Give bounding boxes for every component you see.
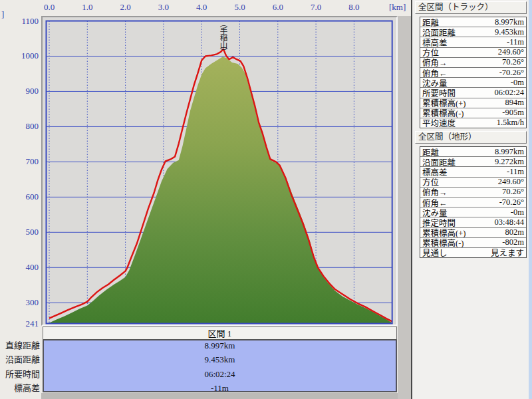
stats-value: -70.26° <box>499 198 524 207</box>
x-tick-label: 6.0 <box>273 2 283 13</box>
stats-row: 俯角→70.26° <box>420 188 526 198</box>
y-tick-label: 241 <box>9 319 39 329</box>
stats-value: 8.997km <box>495 147 524 157</box>
pane-gap-strip <box>398 16 411 399</box>
y-tick-label: 900 <box>9 86 39 96</box>
stats-row: 沈み量-0m <box>420 207 526 217</box>
stats-row: 推定時間03:48:44 <box>420 217 526 227</box>
x-tick-label: 2.0 <box>120 2 130 13</box>
stats-row: 沿面距離9.453km <box>420 27 526 37</box>
stats-label: 沿面距離 <box>422 27 456 37</box>
stats-value: -802m <box>502 238 524 248</box>
stats-value: 70.26° <box>502 188 524 198</box>
stats-row: 方位249.60° <box>420 178 526 188</box>
stats-label: 俯角← <box>422 198 448 207</box>
stats-value: -11m <box>507 167 524 177</box>
stats-label: 標高差 <box>422 37 448 47</box>
stats-table: 距離8.997km沿面距離9.453km標高差-11m方位249.60°俯角→7… <box>420 17 527 128</box>
segment-row-label: 直線距離 <box>0 339 40 352</box>
y-tick-label: 300 <box>9 297 39 308</box>
stats-row: 沿面距離9.272km <box>420 157 526 167</box>
y-tick-label: 400 <box>9 262 39 273</box>
stats-value: 9.272km <box>495 157 524 167</box>
stats-label: 方位 <box>422 178 439 188</box>
stats-value: 249.60° <box>498 178 524 188</box>
stats-value: 249.60° <box>498 48 524 58</box>
stats-label: 距離 <box>422 147 439 157</box>
stats-label: 累積標高(+) <box>422 98 466 108</box>
segment-row-label: 沿面距離 <box>0 353 40 366</box>
stats-value: -70.26° <box>499 68 524 78</box>
y-tick-label: 1100 <box>9 16 39 27</box>
stats-row: 累積標高(-)-905m <box>420 108 526 118</box>
stats-row: 累積標高(-)-802m <box>420 238 526 248</box>
panel-header: 全区間（トラック） <box>415 1 527 14</box>
x-tick-label: 7.0 <box>311 2 321 13</box>
x-tick-label: 0.0 <box>44 2 55 13</box>
x-tick-label: 8.0 <box>348 2 359 13</box>
peak-label: （手稲山） <box>219 20 227 55</box>
stats-value: -11m <box>507 37 524 47</box>
segment-value: 06:02:24 <box>44 368 396 381</box>
stats-label: 距離 <box>422 17 439 27</box>
elevation-plot-frame <box>41 16 398 326</box>
x-tick-label: 4.0 <box>196 2 207 13</box>
x-axis-unit: [km] <box>389 2 406 13</box>
stats-value: 06:02:24 <box>495 88 524 98</box>
stats-label: 標高差 <box>422 167 448 177</box>
stats-label: 沿面距離 <box>422 157 456 167</box>
panel-header: 全区間（地形） <box>415 131 527 144</box>
y-tick-label: 700 <box>9 156 39 167</box>
stats-row: 標高差-11m <box>420 37 526 47</box>
y-tick-label: 500 <box>9 227 39 237</box>
segment-table-header: 区間 1 <box>43 327 397 340</box>
y-tick-label: 1000 <box>9 51 39 61</box>
segment-values-box[interactable]: 8.997km9.453km06:02:24-11m <box>43 340 397 392</box>
stats-value: 802m <box>505 228 524 238</box>
elevation-plot[interactable] <box>45 20 396 326</box>
stats-value: 894m <box>505 98 524 108</box>
elevation-graph-pane: ] 0.01.02.03.04.05.06.07.08.0[km] 110010… <box>0 0 411 399</box>
stats-label: 平均速度 <box>422 118 456 128</box>
stats-row: 俯角→70.26° <box>420 58 526 68</box>
stats-row: 方位249.60° <box>420 48 526 58</box>
stats-value: 8.997km <box>495 17 524 27</box>
stats-value: 9.453km <box>495 27 524 37</box>
stats-row: 見通し見えます <box>420 248 526 257</box>
stats-label: 沈み量 <box>422 207 448 217</box>
stats-label: 沈み量 <box>422 78 448 88</box>
stats-row: 所要時間06:02:24 <box>420 88 526 98</box>
stats-row: 平均速度1.5km/h <box>420 118 526 128</box>
stats-label: 累積標高(-) <box>422 108 464 118</box>
stats-row: 累積標高(+)802m <box>420 228 526 238</box>
stats-row: 距離8.997km <box>420 17 526 27</box>
stats-value: -0m <box>511 78 524 88</box>
y-tick-label: 600 <box>9 192 39 202</box>
terrain-area <box>47 57 392 324</box>
x-tick-label: 5.0 <box>234 2 245 13</box>
stats-row: 距離8.997km <box>420 147 526 157</box>
y-tick-label: 800 <box>9 121 39 132</box>
stats-label: 俯角→ <box>422 58 448 68</box>
stats-value: 03:48:44 <box>495 217 524 227</box>
stats-row: 累積標高(+)894m <box>420 98 526 108</box>
stats-row: 俯角←-70.26° <box>420 198 526 207</box>
segment-value: 9.453km <box>44 353 396 366</box>
segment-row-label: 標高差 <box>0 382 40 395</box>
segment-row-label: 所要時間 <box>0 368 40 381</box>
y-axis-unit-fragment: ] <box>1 9 4 20</box>
stats-value: 1.5km/h <box>497 118 524 128</box>
stats-value: 70.26° <box>502 58 524 68</box>
stats-row: 沈み量-0m <box>420 78 526 88</box>
info-pane: 全区間（トラック）距離8.997km沿面距離9.453km標高差-11m方位24… <box>411 0 532 399</box>
stats-label: 方位 <box>422 48 439 58</box>
segment-value: -11m <box>44 382 396 395</box>
stats-label: 俯角← <box>422 68 448 78</box>
stats-label: 推定時間 <box>422 217 456 227</box>
stats-value: -905m <box>502 108 524 118</box>
stats-label: 見通し <box>422 248 448 257</box>
segment-value: 8.997km <box>44 339 396 352</box>
stats-value: -0m <box>511 207 524 217</box>
x-tick-label: 3.0 <box>158 2 169 13</box>
stats-label: 累積標高(-) <box>422 238 464 248</box>
